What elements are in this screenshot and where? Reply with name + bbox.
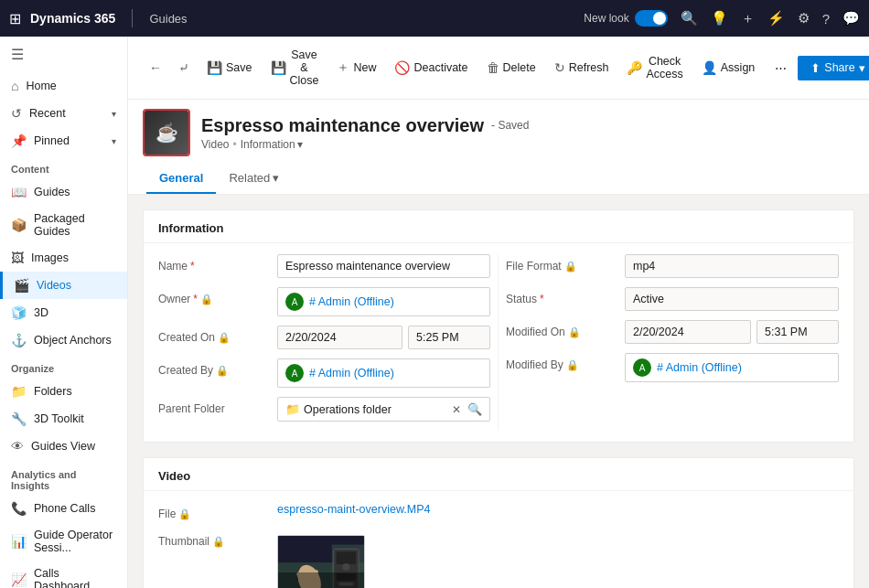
- tab-related[interactable]: Related ▾: [216, 164, 292, 194]
- more-button[interactable]: ⋯: [767, 57, 794, 80]
- search-icon[interactable]: 🔍: [681, 10, 698, 27]
- video-file-field: File 🔒 espresso-maint-overview.MP4: [158, 502, 839, 520]
- delete-button[interactable]: 🗑 Delete: [479, 56, 543, 80]
- breadcrumb-type[interactable]: Video: [201, 138, 229, 151]
- sidebar-item-object-anchors[interactable]: ⚓ Object Anchors: [0, 326, 127, 354]
- record-title-text: Espresso maintenance overview: [201, 115, 484, 136]
- save-button[interactable]: 💾 Save: [199, 56, 260, 80]
- created-by-name[interactable]: # Admin (Offline): [309, 367, 394, 380]
- svg-rect-11: [313, 570, 318, 586]
- save-icon: 💾: [207, 60, 222, 75]
- sidebar-item-packaged-guides[interactable]: 📦 Packaged Guides: [0, 206, 127, 244]
- folder-clear-button[interactable]: ✕: [449, 403, 464, 416]
- record-header: ☕ Espresso maintenance overview - Saved …: [128, 100, 869, 195]
- sidebar-3d-toolkit-label: 3D Toolkit: [34, 412, 84, 425]
- owner-value[interactable]: A # Admin (Offline): [277, 287, 490, 316]
- pinned-icon: 📌: [11, 134, 27, 148]
- created-on-field: Created On 🔒: [158, 326, 490, 349]
- deactivate-icon: 🚫: [394, 60, 410, 75]
- help-icon[interactable]: ?: [822, 11, 830, 27]
- guides-icon: 📖: [11, 185, 27, 199]
- sidebar-guides-label: Guides: [34, 186, 70, 198]
- breadcrumb-info-link[interactable]: Information ▾: [241, 138, 303, 151]
- sidebar-item-home[interactable]: ⌂ Home: [0, 72, 127, 100]
- sidebar-item-guides-view[interactable]: 👁 Guides View: [0, 433, 127, 460]
- settings-icon[interactable]: ⚙: [798, 10, 810, 27]
- name-input[interactable]: [277, 254, 490, 278]
- sidebar-item-3d-toolkit[interactable]: 🔧 3D Toolkit: [0, 405, 127, 433]
- owner-name[interactable]: # Admin (Offline): [309, 295, 394, 308]
- parent-folder-field: Parent Folder 📁 Operations folder ✕ 🔍: [158, 397, 490, 422]
- top-bar-divider: [132, 9, 133, 27]
- modified-by-name[interactable]: # Admin (Offline): [657, 361, 742, 374]
- sidebar-object-anchors-label: Object Anchors: [34, 334, 112, 347]
- parent-folder-label: Parent Folder: [158, 397, 277, 415]
- check-access-icon: 🔑: [627, 60, 642, 75]
- sidebar-folders-label: Folders: [34, 385, 72, 398]
- owner-lock-icon: 🔒: [200, 294, 213, 305]
- video-file-label: File 🔒: [158, 502, 277, 520]
- save-close-button[interactable]: 💾 Save & Close: [263, 44, 327, 91]
- sidebar-item-3d[interactable]: 🧊 3D: [0, 299, 127, 326]
- hamburger-button[interactable]: ☰: [0, 37, 127, 72]
- share-button[interactable]: ⬆ Share ▾: [798, 56, 869, 80]
- save-close-icon: 💾: [271, 60, 286, 75]
- filter-icon[interactable]: ⚡: [767, 10, 785, 27]
- sidebar-item-guides[interactable]: 📖 Guides: [0, 178, 127, 206]
- sidebar-item-recent[interactable]: ↺ Recent ▾: [0, 100, 127, 127]
- forward-button[interactable]: ⤶: [172, 56, 196, 80]
- breadcrumb-chevron: ▾: [297, 138, 303, 151]
- check-access-button[interactable]: 🔑 Check Access: [619, 50, 690, 85]
- new-look-toggle[interactable]: New look: [584, 10, 667, 27]
- plus-icon[interactable]: ＋: [741, 10, 755, 27]
- sidebar-item-phone-calls[interactable]: 📞 Phone Calls: [0, 495, 127, 522]
- owner-label: Owner * 🔒: [158, 287, 277, 305]
- related-chevron: ▾: [273, 171, 279, 185]
- object-anchors-icon: ⚓: [11, 333, 27, 347]
- status-input[interactable]: [625, 287, 839, 311]
- modified-by-field: Modified By 🔒 A # Admin (Offline): [506, 353, 839, 382]
- modified-on-date[interactable]: [625, 320, 751, 344]
- new-look-switch[interactable]: [635, 10, 668, 27]
- information-section-header: Information: [144, 210, 853, 243]
- sidebar-item-calls-dashboard[interactable]: 📈 Calls Dashboard: [0, 561, 127, 588]
- created-by-value[interactable]: A # Admin (Offline): [277, 358, 490, 388]
- name-required: *: [190, 260, 195, 273]
- sidebar-home-label: Home: [26, 80, 56, 92]
- tabs: General Related ▾: [143, 164, 854, 194]
- modified-on-time[interactable]: [756, 320, 839, 344]
- module-label: Guides: [149, 12, 187, 26]
- parent-folder-value[interactable]: 📁 Operations folder ✕ 🔍: [277, 397, 490, 422]
- assign-button[interactable]: 👤 Assign: [694, 56, 763, 80]
- delete-icon: 🗑: [487, 60, 499, 75]
- created-on-date[interactable]: [277, 326, 402, 349]
- owner-required: *: [193, 293, 198, 305]
- modified-by-avatar: A: [633, 358, 651, 377]
- sidebar-recent-label: Recent: [29, 107, 66, 120]
- sidebar-item-folders[interactable]: 📁 Folders: [0, 378, 127, 405]
- tab-general[interactable]: General: [146, 164, 216, 194]
- phone-calls-icon: 📞: [11, 501, 27, 516]
- new-button[interactable]: ＋ New: [329, 55, 383, 80]
- file-format-input[interactable]: [625, 254, 839, 278]
- video-file-link[interactable]: espresso-maint-overview.MP4: [277, 503, 430, 516]
- deactivate-button[interactable]: 🚫 Deactivate: [387, 56, 475, 80]
- refresh-button[interactable]: ↻ Refresh: [547, 56, 617, 80]
- lightbulb-icon[interactable]: 💡: [711, 10, 728, 27]
- sidebar-item-pinned[interactable]: 📌 Pinned ▾: [0, 127, 127, 155]
- status-required: *: [540, 293, 544, 305]
- folder-search-icon[interactable]: 🔍: [467, 402, 482, 416]
- record-avatar-box: ☕: [143, 109, 190, 156]
- created-on-label: Created On 🔒: [158, 326, 277, 344]
- sidebar-item-videos[interactable]: 🎬 Videos: [0, 272, 127, 299]
- app-grid-icon[interactable]: ⊞: [9, 10, 21, 27]
- chat-icon[interactable]: 💬: [842, 10, 860, 27]
- sidebar-item-images[interactable]: 🖼 Images: [0, 244, 127, 272]
- created-on-time[interactable]: [408, 326, 490, 349]
- sidebar-item-guide-operator[interactable]: 📊 Guide Operator Sessi...: [0, 522, 127, 561]
- information-section: Information Name *: [143, 209, 854, 443]
- modified-by-value[interactable]: A # Admin (Offline): [625, 353, 839, 382]
- back-button[interactable]: ←: [143, 56, 168, 80]
- calls-dashboard-icon: 📈: [11, 572, 27, 587]
- organize-section-header: Organize: [0, 354, 127, 378]
